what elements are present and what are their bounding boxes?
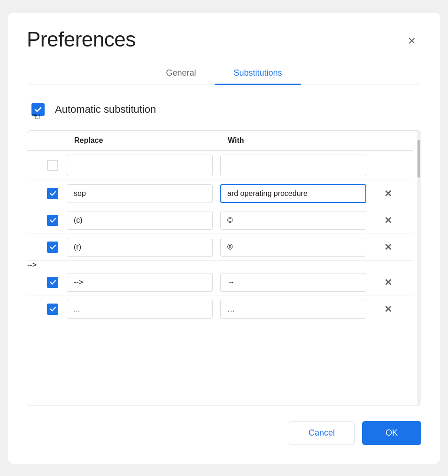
- with-input-c[interactable]: [220, 211, 366, 230]
- with-input-ellipsis[interactable]: [220, 300, 366, 319]
- checkbox-checked-arrow-icon: [47, 277, 58, 288]
- auto-substitution-checkbox[interactable]: ☜: [29, 100, 47, 119]
- close-icon: ×: [408, 33, 416, 48]
- with-input-arrow[interactable]: [220, 273, 366, 292]
- table-row: ✕: [27, 180, 413, 207]
- replace-column-header: Replace: [67, 136, 220, 145]
- row-checkbox-r[interactable]: [39, 242, 67, 253]
- delete-button-arrow[interactable]: ✕: [374, 277, 402, 288]
- table-row: ✕: [27, 207, 413, 234]
- close-button[interactable]: ×: [402, 31, 421, 50]
- checkbox-col-header: [39, 136, 67, 145]
- with-input-r[interactable]: [220, 238, 366, 257]
- preferences-dialog: Preferences × General Substitutions ☜ Au…: [8, 13, 440, 464]
- checkmark-sop-icon: [49, 190, 56, 197]
- row-checkbox-arrow[interactable]: [39, 277, 67, 288]
- delete-button-r[interactable]: ✕: [374, 242, 402, 253]
- table-row: ✕: [27, 234, 413, 261]
- checkmark-arrow-icon: [49, 279, 56, 286]
- with-column-header: With: [220, 136, 374, 145]
- checkbox-checked-c-icon: [47, 215, 58, 226]
- scrollbar-thumb[interactable]: [417, 140, 420, 178]
- cancel-button[interactable]: Cancel: [289, 421, 355, 445]
- delete-button-sop[interactable]: ✕: [374, 188, 402, 199]
- row-checkbox-empty[interactable]: [39, 160, 67, 171]
- with-input-sop[interactable]: [220, 184, 366, 203]
- table-content: Replace With: [27, 131, 421, 322]
- tabs-container: General Substitutions: [27, 62, 421, 85]
- checkmark-c-icon: [49, 217, 56, 224]
- checkbox-unchecked-icon: [47, 160, 58, 171]
- dialog-header: Preferences ×: [27, 28, 421, 51]
- scrollbar[interactable]: [417, 131, 421, 406]
- checkmark-r-icon: [49, 243, 56, 250]
- tab-substitutions[interactable]: Substitutions: [215, 62, 301, 85]
- dialog-footer: Cancel OK: [27, 421, 421, 445]
- dialog-title: Preferences: [27, 28, 136, 51]
- row-checkbox-sop[interactable]: [39, 188, 67, 199]
- checkbox-checked-sop-icon: [47, 188, 58, 199]
- replace-input-empty[interactable]: [67, 155, 213, 176]
- checkmark-ellipsis-icon: [49, 305, 56, 312]
- replace-input-ellipsis[interactable]: [67, 300, 213, 319]
- table-row: ✕: [27, 296, 413, 322]
- auto-substitution-label: Automatic substitution: [55, 103, 156, 116]
- replace-input-sop[interactable]: [67, 184, 213, 203]
- replace-input-arrow[interactable]: [67, 273, 213, 292]
- delete-button-ellipsis[interactable]: ✕: [374, 304, 402, 315]
- substitutions-table: Replace With: [27, 130, 421, 406]
- table-row: ✕: [27, 269, 413, 296]
- ok-button[interactable]: OK: [362, 421, 421, 445]
- row-checkbox-ellipsis[interactable]: [39, 304, 67, 315]
- replace-input-c[interactable]: [67, 211, 213, 230]
- row-checkbox-c[interactable]: [39, 215, 67, 226]
- table-row: [27, 151, 413, 180]
- delete-col-header: [374, 136, 402, 145]
- tab-general[interactable]: General: [147, 62, 215, 85]
- with-input-empty[interactable]: [220, 155, 366, 176]
- auto-substitution-row: ☜ Automatic substitution: [27, 100, 421, 119]
- table-header: Replace With: [27, 131, 413, 151]
- checkbox-checked-r-icon: [47, 242, 58, 253]
- delete-button-c[interactable]: ✕: [374, 215, 402, 226]
- replace-input-r[interactable]: [67, 238, 213, 257]
- checkbox-checked-ellipsis-icon: [47, 304, 58, 315]
- cursor-hand-icon: ☜: [31, 110, 41, 123]
